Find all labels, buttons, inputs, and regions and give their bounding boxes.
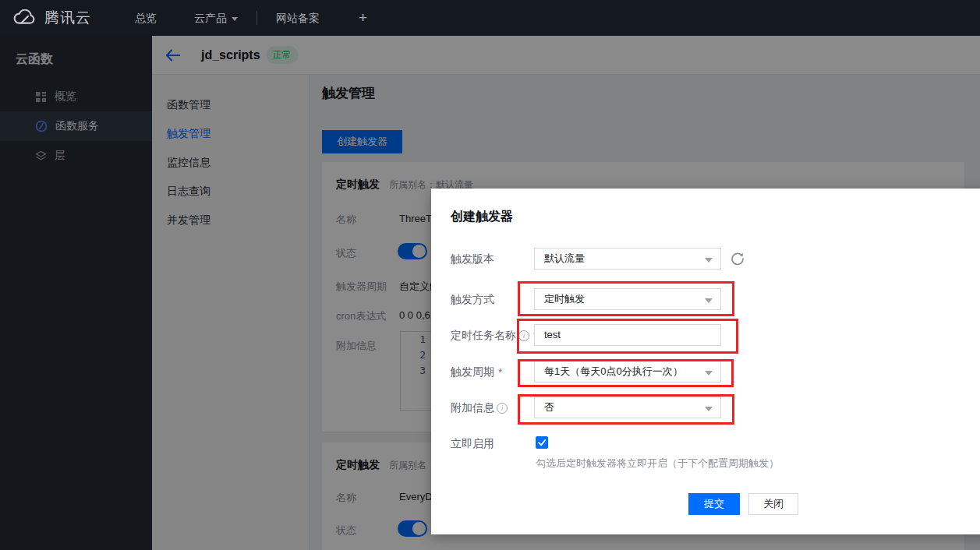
- chevron-down-icon: [705, 298, 713, 303]
- required-mark: *: [498, 366, 502, 379]
- nav-cloud-products[interactable]: 云产品: [175, 0, 256, 36]
- create-trigger-modal: 创建触发器 触发版本 默认流量 触发方式 定时触发 定时任务名称 i *: [431, 189, 980, 534]
- tencent-cloud-logo-icon: [12, 9, 37, 26]
- check-icon: [537, 438, 547, 447]
- info-icon[interactable]: i: [518, 330, 529, 341]
- trigger-method-value: 定时触发: [544, 293, 585, 305]
- extra-info-select[interactable]: 否: [534, 397, 721, 418]
- modal-title: 创建触发器: [451, 209, 513, 225]
- add-tab-button[interactable]: +: [338, 9, 387, 26]
- trigger-version-label: 触发版本: [451, 252, 494, 266]
- submit-button[interactable]: 提交: [688, 493, 740, 515]
- nav-website-beian[interactable]: 网站备案: [257, 0, 338, 36]
- enable-now-helper: 勾选后定时触发器将立即开启（于下个配置周期触发）: [536, 457, 779, 471]
- trigger-version-value: 默认流量: [544, 252, 585, 264]
- screen: 腾讯云 总览 云产品 网站备案 + 云函数 概览 函数服务: [0, 0, 980, 550]
- trigger-period-label: 触发周期 *: [451, 365, 502, 379]
- enable-now-label: 立即启用: [451, 437, 494, 451]
- topnav-menu: 总览 云产品 网站备案 +: [116, 0, 387, 36]
- nav-overview[interactable]: 总览: [116, 0, 175, 36]
- trigger-version-select[interactable]: 默认流量: [534, 248, 721, 270]
- trigger-method-label: 触发方式: [451, 293, 494, 307]
- chevron-down-icon: [232, 17, 238, 21]
- enable-now-checkbox[interactable]: [536, 436, 548, 449]
- refresh-button[interactable]: [731, 252, 745, 266]
- chevron-down-icon: [705, 371, 713, 375]
- extra-info-label: 附加信息 i: [451, 401, 508, 415]
- chevron-down-icon: [705, 407, 713, 411]
- chevron-down-icon: [705, 258, 713, 263]
- refresh-icon: [731, 252, 745, 266]
- trigger-period-value: 每1天（每天0点0分执行一次）: [544, 365, 683, 377]
- trigger-method-select[interactable]: 定时触发: [534, 288, 721, 310]
- task-name-value: test: [544, 329, 561, 340]
- info-icon[interactable]: i: [497, 403, 508, 414]
- close-button[interactable]: 关闭: [748, 493, 798, 515]
- extra-info-value: 否: [544, 401, 554, 413]
- brand[interactable]: 腾讯云: [12, 8, 91, 28]
- task-name-label: 定时任务名称 i *: [451, 329, 537, 343]
- brand-name: 腾讯云: [44, 8, 91, 28]
- trigger-period-select[interactable]: 每1天（每天0点0分执行一次）: [534, 361, 721, 383]
- task-name-input[interactable]: test: [534, 324, 721, 346]
- top-navbar: 腾讯云 总览 云产品 网站备案 +: [0, 0, 980, 36]
